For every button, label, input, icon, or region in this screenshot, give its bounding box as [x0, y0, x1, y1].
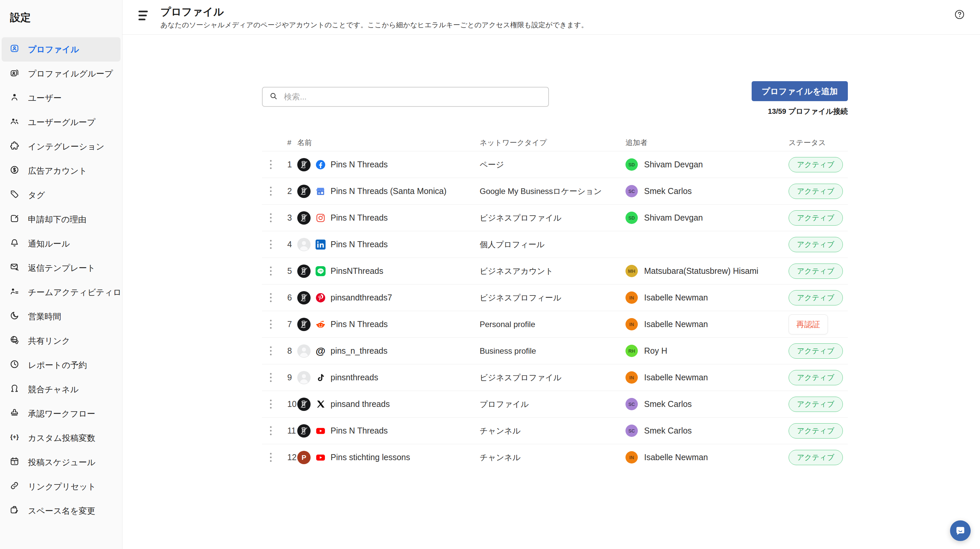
sidebar-item-rejection-reasons[interactable]: 申請却下の理由: [2, 207, 121, 232]
row-menu-button[interactable]: [268, 185, 274, 198]
row-index: 3: [279, 213, 297, 222]
profile-avatar: [297, 424, 310, 438]
added-by-cell: SCSmek Carlos: [625, 398, 789, 410]
main-panel: プロファイル あなたのソーシャルメディアのページやアカウントのことです。ここから…: [123, 0, 980, 549]
add-profile-button[interactable]: プロファイルを追加: [752, 81, 848, 101]
added-by-avatar: IN: [625, 292, 638, 304]
row-menu-button[interactable]: [268, 158, 274, 171]
sidebar-item-label: プロファイルグループ: [28, 68, 113, 79]
profile-avatar: [297, 398, 310, 411]
sidebar-item-users[interactable]: ユーザー: [2, 86, 121, 110]
profile-avatar: [297, 344, 310, 358]
status-cell: アクティブ: [789, 423, 848, 438]
youtube-icon: [316, 426, 326, 436]
sidebar-item-tags[interactable]: タグ: [2, 183, 121, 207]
profile-name: pinsnthreads: [331, 373, 378, 382]
sidebar-item-shared-links[interactable]: 共有リンク: [2, 329, 121, 353]
sidebar-item-label: 広告アカウント: [28, 165, 87, 176]
chain-link-icon: [10, 481, 19, 492]
row-menu-button[interactable]: [268, 371, 274, 384]
row-menu-button[interactable]: [268, 265, 274, 278]
sidebar-item-competitor-channels[interactable]: 競合チャネル: [2, 377, 121, 401]
row-menu-button[interactable]: [268, 451, 274, 464]
header-network-type: ネットワークタイプ: [480, 138, 625, 148]
added-by-name: Shivam Devgan: [644, 213, 703, 222]
chat-launcher-button[interactable]: [950, 520, 971, 541]
row-menu-button[interactable]: [268, 424, 274, 437]
sidebar-item-scheduled-reports[interactable]: レポートの予約: [2, 353, 121, 377]
sidebar-item-label: ユーザー: [28, 92, 62, 103]
sidebar-item-label: レポートの予約: [28, 360, 87, 371]
row-index: 9: [279, 373, 297, 382]
header-index: #: [279, 138, 297, 147]
sidebar-item-team-activity-log[interactable]: チームアクティビティログ: [2, 280, 121, 305]
sidebar-item-notification-rules[interactable]: 通知ルール: [2, 232, 121, 256]
sidebar-item-label: 通知ルール: [28, 238, 70, 249]
sidebar-item-label: リンクプリセット: [28, 481, 96, 492]
row-menu-button[interactable]: [268, 238, 274, 251]
profile-avatar: [297, 158, 310, 171]
sidebar-item-business-hours[interactable]: 営業時間: [2, 305, 121, 329]
profile-name: Pins N Threads: [331, 240, 388, 249]
added-by-name: Isabelle Newman: [644, 452, 708, 462]
sidebar-item-posting-schedule[interactable]: 1投稿スケジュール: [2, 450, 121, 474]
globe-link-icon: [10, 335, 19, 347]
status-cell: 再認証: [789, 314, 848, 335]
network-type: ビジネスプロファイル: [480, 213, 625, 223]
added-by-cell: INIsabelle Newman: [625, 451, 789, 463]
network-type: Google My Businessロケーション: [480, 186, 625, 197]
profile-avatar: [297, 238, 310, 251]
profile-avatar: [297, 185, 310, 198]
page-header-text: プロファイル あなたのソーシャルメディアのページやアカウントのことです。ここから…: [161, 6, 588, 30]
reauth-button[interactable]: 再認証: [789, 314, 828, 335]
moon-clock-icon: [10, 311, 19, 322]
linkedin-icon: [316, 240, 326, 249]
status-cell: アクティブ: [789, 370, 848, 385]
added-by-name: Smek Carlos: [644, 399, 692, 409]
status-badge: アクティブ: [789, 423, 843, 438]
table-row: 10pinsand threadsプロファイルSCSmek Carlosアクティ…: [262, 390, 848, 417]
profile-name: Pins N Threads (Santa Monica): [331, 186, 446, 196]
network-type: ビジネスアカウント: [480, 266, 625, 276]
sidebar-item-profiles[interactable]: プロファイル: [2, 37, 121, 62]
profile-name: Pins N Threads: [331, 319, 388, 329]
search-input[interactable]: [283, 92, 542, 102]
mail-reply-icon: [10, 262, 19, 274]
row-menu-button[interactable]: [268, 291, 274, 304]
profile-group-icon: [10, 68, 19, 79]
sidebar-item-ad-accounts[interactable]: 広告アカウント: [2, 159, 121, 183]
braces-plus-icon: {+}: [10, 432, 19, 444]
status-cell: アクティブ: [789, 184, 848, 199]
table-row: 1Pins N ThreadsページSDShivam Devganアクティブ: [262, 151, 848, 178]
sidebar-item-label: スペース名を変更: [28, 505, 95, 516]
profile-avatar: [297, 291, 310, 305]
added-by-cell: SDShivam Devgan: [625, 159, 789, 171]
help-button[interactable]: [955, 10, 965, 20]
status-badge: アクティブ: [789, 157, 843, 172]
row-index: 8: [279, 346, 297, 356]
sidebar-item-profile-groups[interactable]: プロファイルグループ: [2, 62, 121, 86]
added-by-avatar: MH: [625, 265, 638, 277]
sidebar-item-user-groups[interactable]: ユーザーグループ: [2, 110, 121, 135]
sidebar-item-reply-templates[interactable]: 返信テンプレート: [2, 256, 121, 280]
sidebar-item-approval-workflows[interactable]: 承認ワークフロー: [2, 401, 121, 426]
profile-name: pinsand threads: [331, 399, 390, 409]
sidebar-item-rename-space[interactable]: スペース名を変更: [2, 499, 121, 523]
added-by-name: Isabelle Newman: [644, 373, 708, 382]
status-badge: アクティブ: [789, 450, 843, 465]
row-menu-button[interactable]: [268, 398, 274, 411]
svg-text:1: 1: [14, 460, 16, 464]
sidebar-item-link-presets[interactable]: リンクプリセット: [2, 474, 121, 499]
sidebar-item-custom-post-variables[interactable]: {+}カスタム投稿変数: [2, 426, 121, 450]
row-menu-button[interactable]: [268, 344, 274, 357]
table-row: 9pinsnthreadsビジネスプロファイルINIsabelle Newman…: [262, 364, 848, 390]
row-index: 2: [279, 186, 297, 196]
row-menu-button[interactable]: [268, 318, 274, 331]
sidebar-item-integrations[interactable]: インテグレーション: [2, 135, 121, 159]
row-menu-button[interactable]: [268, 211, 274, 224]
sidebar-collapse-icon[interactable]: [138, 11, 150, 20]
svg-text:G: G: [318, 192, 320, 195]
added-by-name: Smek Carlos: [644, 426, 692, 436]
settings-sidebar: 設定 プロファイルプロファイルグループユーザーユーザーグループインテグレーション…: [0, 0, 123, 549]
status-cell: アクティブ: [789, 263, 848, 279]
